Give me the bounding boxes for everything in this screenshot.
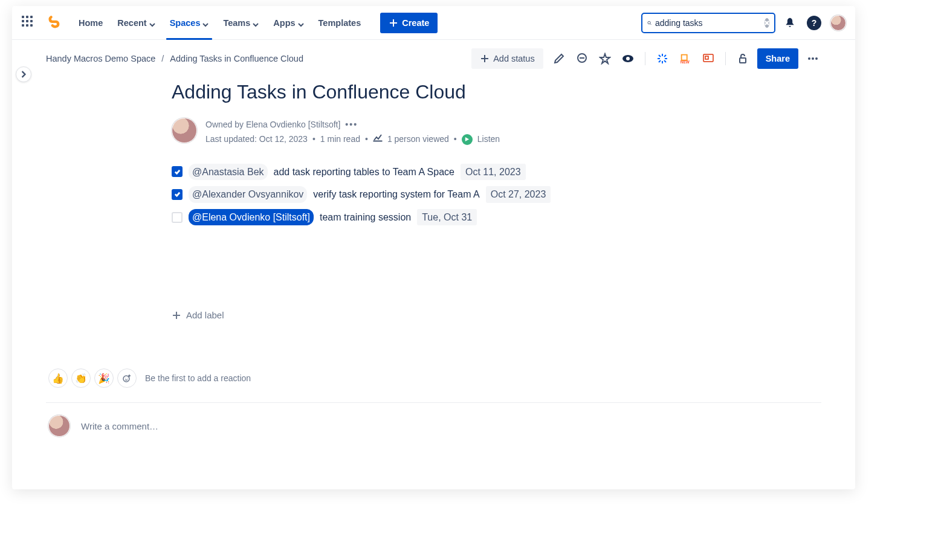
viewers-count[interactable]: 1 person viewed [387,132,449,147]
nav-spaces-label: Spaces [170,18,201,28]
divider [46,402,821,403]
nav-recent[interactable]: Recent [111,14,161,31]
read-time: 1 min read [320,132,360,147]
reaction-emoji[interactable]: 👍 [48,369,68,388]
breadcrumb-separator: / [161,54,164,63]
comment-row: Write a comment… [48,415,855,437]
restrictions-icon[interactable] [734,50,751,67]
comment-input[interactable]: Write a comment… [81,421,158,431]
task-text: add task reporting tables to Team A Spac… [274,164,454,180]
more-actions-icon[interactable] [804,50,821,67]
listen-label[interactable]: Listen [477,132,500,147]
add-status-button[interactable]: Add status [471,48,543,69]
profile-avatar[interactable] [829,13,848,33]
owned-by: Owned by Elena Ovdienko [Stiltsoft] [205,118,340,132]
page-body: Adding Tasks in Confluence Cloud Owned b… [172,69,716,320]
byline: Owned by Elena Ovdienko [Stiltsoft] ••• … [172,118,716,147]
task-checkbox[interactable] [172,189,183,200]
svg-point-9 [812,57,814,60]
svg-point-3 [626,57,630,60]
reaction-prompt: Be the first to add a reaction [145,373,251,383]
help-icon[interactable]: ? [804,13,824,33]
expand-sidebar-button[interactable] [16,66,31,82]
svg-point-10 [815,57,818,60]
task-checkbox[interactable] [172,212,183,223]
add-label-text: Add label [186,310,224,320]
add-reaction-icon[interactable] [117,369,137,388]
nav-templates[interactable]: Templates [312,14,367,31]
breadcrumb: Handy Macros Demo Space / Adding Tasks i… [46,54,303,63]
svg-point-12 [123,376,129,382]
task-item: @Elena Ovdienko [Stiltsoft] team trainin… [172,209,716,226]
search-box[interactable] [641,13,775,33]
top-nav: Home Recent Spaces Teams Apps Templates … [12,6,855,40]
comment-avatar[interactable] [48,415,70,437]
new-badge-icon[interactable]: NEW [677,50,694,67]
nav-teams[interactable]: Teams [217,14,265,31]
create-label: Create [402,18,429,28]
svg-point-0 [648,21,650,24]
chevron-down-icon [253,20,259,26]
user-mention[interactable]: @Elena Ovdienko [Stiltsoft] [189,209,314,226]
play-icon[interactable] [462,134,473,145]
task-date: Oct 11, 2023 [461,164,526,181]
nav-home[interactable]: Home [73,14,109,31]
task-item: @Alexander Ovsyannikov verify task repor… [172,186,716,203]
svg-rect-11 [373,141,382,141]
loading-icon[interactable] [654,50,671,67]
task-date: Tue, Oct 31 [417,209,477,226]
breadcrumb-space[interactable]: Handy Macros Demo Space [46,54,155,63]
last-updated: Last updated: Oct 12, 2023 [205,132,308,147]
chevron-down-icon [202,20,209,26]
share-button[interactable]: Share [757,48,798,69]
product-logo[interactable] [46,14,63,31]
nav-spaces[interactable]: Spaces [164,14,215,31]
svg-rect-7 [740,58,746,63]
star-icon[interactable] [596,50,613,67]
nav-teams-label: Teams [223,18,250,28]
nav-apps-label: Apps [273,18,295,28]
svg-text:NEW: NEW [681,60,690,64]
task-list: @Anastasia Bek add task reporting tables… [172,164,716,226]
page-title: Adding Tasks in Confluence Cloud [172,81,716,103]
user-mention[interactable]: @Anastasia Bek [189,164,268,181]
reactions-row: 👍👏🎉Be the first to add a reaction [48,369,855,388]
page-header: Handy Macros Demo Space / Adding Tasks i… [12,40,855,69]
svg-rect-6 [705,56,708,59]
chevron-down-icon [298,20,304,26]
toolbar-separator [645,52,645,65]
comment-icon[interactable] [574,50,590,67]
search-icon [647,18,651,28]
user-mention[interactable]: @Alexander Ovsyannikov [189,186,307,203]
nav-items: Home Recent Spaces Teams Apps Templates [73,14,367,31]
create-button[interactable]: Create [380,13,438,33]
add-status-label: Add status [493,54,535,63]
task-checkbox[interactable] [172,166,183,177]
reaction-emoji[interactable]: 🎉 [94,369,114,388]
search-input[interactable] [655,18,761,28]
reaction-emoji[interactable]: 👏 [71,369,91,388]
task-text: team training session [320,210,411,225]
notifications-icon[interactable] [780,13,800,33]
watch-icon[interactable] [619,50,636,67]
edit-icon[interactable] [551,50,567,67]
nav-apps[interactable]: Apps [267,14,309,31]
task-item: @Anastasia Bek add task reporting tables… [172,164,716,181]
app-switcher-icon[interactable] [19,13,39,33]
author-avatar[interactable] [172,118,197,143]
byline-more-icon[interactable]: ••• [345,118,358,132]
clear-search-icon[interactable] [765,18,769,28]
svg-point-8 [808,57,810,60]
chevron-down-icon [149,20,155,26]
task-date: Oct 27, 2023 [486,186,551,203]
nav-recent-label: Recent [117,18,146,28]
presentation-icon[interactable] [700,50,717,67]
toolbar-separator [725,52,726,65]
breadcrumb-page[interactable]: Adding Tasks in Confluence Cloud [170,54,303,63]
page-toolbar: NEW Share [551,48,821,69]
task-text: verify task reporting system for Team A [313,187,479,202]
add-label-button[interactable]: Add label [172,310,716,320]
analytics-icon[interactable] [373,132,383,147]
